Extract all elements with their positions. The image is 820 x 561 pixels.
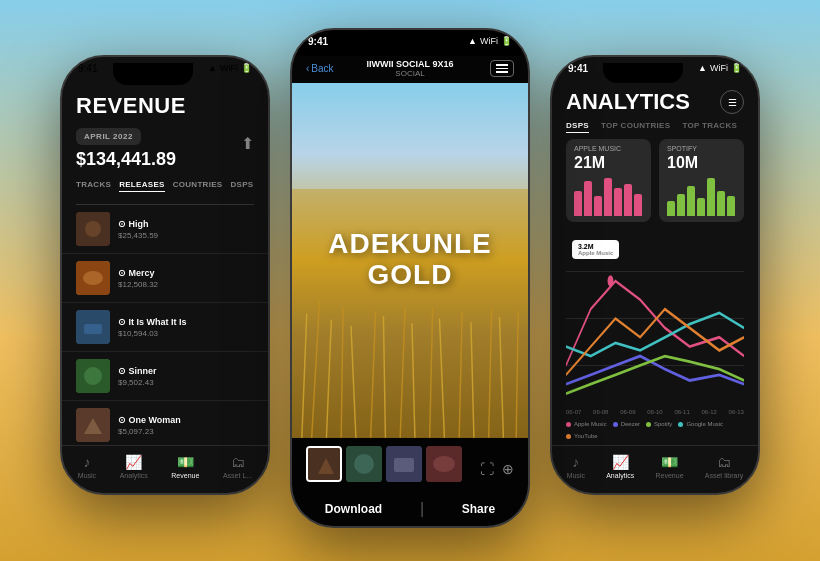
line-chart-svg [566,234,744,403]
bar [624,184,632,216]
x-label: 06-07 [566,409,581,415]
analytics-header: ANALYTICS ☰ [552,83,758,119]
download-button[interactable]: Download [325,502,382,516]
bar [574,191,582,216]
wheat-svg [292,189,528,438]
nav-music[interactable]: ♪ Music [78,454,96,479]
tooltip-value: 3.2M [578,243,613,250]
svg-point-36 [608,275,614,286]
release-amount: $25,435.59 [118,231,254,240]
dsp-apple-value: 21M [574,154,643,172]
analytics-chart: 3.2M Apple Music [552,230,758,407]
list-item[interactable]: ⊙ Mercy $12,508.32 [62,254,268,303]
bottom-nav-right: ♪ Music 📈 Analytics 💵 Revenue 🗂 Asset li… [552,445,758,493]
nav-revenue-label-right: Revenue [656,472,684,479]
more-icon[interactable]: ⊕ [502,461,514,477]
social-title-block: IIWWII SOCIAL 9X16 SOCIAL [367,59,454,78]
legend-apple-music: Apple Music [566,421,607,427]
nav-assets-label: Asset L... [223,472,252,479]
tab-top-countries[interactable]: TOP COUNTRIES [601,119,670,133]
status-time-left: 9:41 [78,63,97,74]
bar [677,194,685,216]
list-item[interactable]: ⊙ It Is What It Is $10,594.03 [62,303,268,352]
bar [634,194,642,216]
social-bottom: ⛶ ⊕ Download | Share [292,438,528,526]
back-button[interactable]: ‹ Back [306,63,334,74]
bar [687,186,695,216]
crop-icon[interactable]: ⛶ [480,461,494,477]
analytics-tabs: DSPS TOP COUNTRIES TOP TRACKS [552,119,758,133]
svg-point-1 [85,221,101,237]
legend-label: Apple Music [574,421,607,427]
social-image: ADEKUNLEGOLD [292,83,528,439]
revenue-icon: 💵 [177,454,194,470]
nav-assets-label-right: Asset library [705,472,744,479]
revenue-title: REVENUE [76,93,254,119]
analytics-screen: 9:41 ▲ WiFi 🔋 ANALYTICS ☰ DSPS TOP COUNT… [552,57,758,493]
svg-point-32 [433,456,455,472]
social-menu-button[interactable] [490,60,514,77]
status-icons-center: ▲ WiFi 🔋 [468,36,512,46]
legend-google-music: Google Music [678,421,723,427]
social-action-icons: ⛶ ⊕ [480,461,514,477]
release-name: ⊙ High [118,219,254,229]
nav-music-label-right: Music [567,472,585,479]
nav-music-right[interactable]: ♪ Music [567,454,585,479]
dsp-spotify-bars [667,176,736,216]
nav-analytics[interactable]: 📈 Analytics [120,454,148,479]
revenue-tabs: TRACKS RELEASES COUNTRIES DSPS [76,178,254,192]
thumb-high [76,212,110,246]
release-amount: $10,594.03 [118,329,254,338]
artist-name: ADEKUNLEGOLD [328,229,492,291]
nav-assets-right[interactable]: 🗂 Asset library [705,454,744,479]
revenue-date: APRIL 2022 [84,132,133,141]
svg-rect-5 [84,324,102,334]
tab-dsps[interactable]: DSPS [566,119,589,133]
thumb-onewoman [76,408,110,442]
release-name: ⊙ One Woman [118,415,254,425]
bar [614,188,622,216]
status-time-right: 9:41 [568,63,588,74]
release-name: ⊙ It Is What It Is [118,317,254,327]
dsp-spotify-value: 10M [667,154,736,172]
social-thumb-1[interactable] [306,446,342,482]
tab-countries[interactable]: COUNTRIES [173,178,223,192]
release-info: ⊙ Mercy $12,508.32 [118,268,254,289]
release-amount: $9,502.43 [118,378,254,387]
release-amount: $5,097.23 [118,427,254,436]
x-label: 06-08 [593,409,608,415]
nav-revenue[interactable]: 💵 Revenue [171,454,199,479]
svg-point-28 [354,454,374,474]
social-thumb-4[interactable] [426,446,462,482]
nav-analytics-right[interactable]: 📈 Analytics [606,454,634,479]
list-item[interactable]: ⊙ High $25,435.59 [62,205,268,254]
dsp-apple-name: APPLE MUSIC [574,145,643,152]
share-button[interactable]: Share [462,502,495,516]
upload-icon[interactable]: ⬆ [241,134,254,153]
social-thumbnails [306,446,462,482]
bar [707,178,715,216]
dsp-apple-bars [574,176,643,216]
list-item[interactable]: ⊙ Sinner $9,502.43 [62,352,268,401]
social-thumb-3[interactable] [386,446,422,482]
dsp-spotify-name: SPOTIFY [667,145,736,152]
revenue-header: REVENUE APRIL 2022 $134,441.89 ⬆ TRACKS … [62,85,268,204]
notch-right [603,63,683,83]
thumb-sinner [76,359,110,393]
settings-icon[interactable]: ☰ [720,90,744,114]
social-thumb-2[interactable] [346,446,382,482]
notch-left [113,63,193,85]
revenue-screen: 9:41 ▲ WiFi 🔋 REVENUE APRIL 2022 $134,44… [62,57,268,493]
nav-revenue-right[interactable]: 💵 Revenue [656,454,684,479]
tab-releases[interactable]: RELEASES [119,178,165,192]
dsp-card-spotify: SPOTIFY 10M [659,139,744,222]
tab-tracks[interactable]: TRACKS [76,178,111,192]
x-label: 06-13 [729,409,744,415]
chart-legend: Apple Music Deezer Spotify Google Music … [552,417,758,445]
legend-dot [566,422,571,427]
tab-top-tracks[interactable]: TOP TRACKS [682,119,737,133]
nav-assets[interactable]: 🗂 Asset L... [223,454,252,479]
legend-label: Deezer [621,421,640,427]
tab-dsps[interactable]: DSPS [231,178,254,192]
list-item[interactable]: ⊙ One Woman $5,097.23 [62,401,268,445]
